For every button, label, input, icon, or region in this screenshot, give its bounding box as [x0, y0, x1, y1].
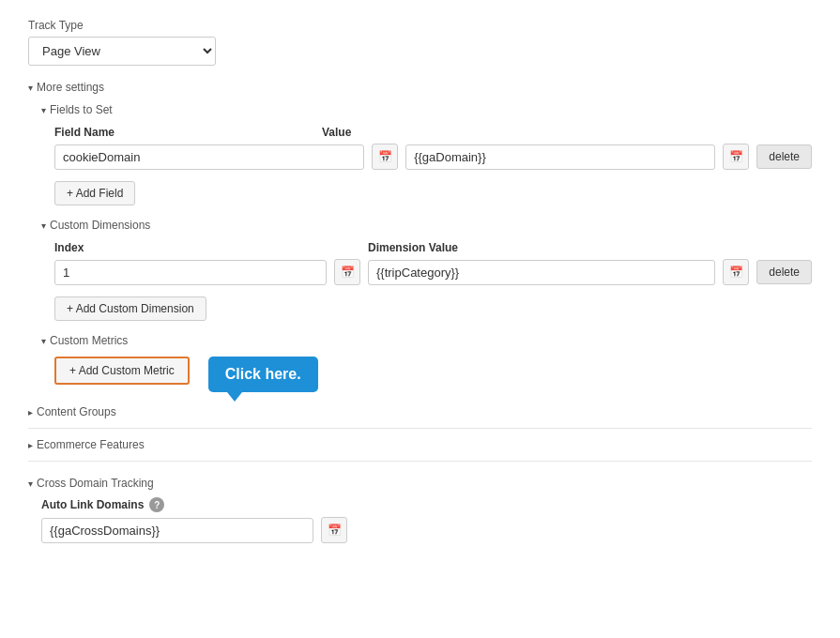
page-wrapper: Track Type Page View Event Transaction ▾… [0, 0, 840, 638]
track-type-section: Track Type Page View Event Transaction [28, 19, 812, 66]
tooltip-bubble: Click here. [208, 357, 318, 392]
ecommerce-arrow: ▸ [28, 440, 33, 450]
field-delete-btn[interactable]: delete [756, 144, 812, 169]
add-custom-metric-btn[interactable]: + Add Custom Metric [54, 357, 190, 385]
field-value-icon-btn[interactable]: 📅 [723, 144, 749, 170]
more-settings-toggle[interactable]: ▾ More settings [28, 81, 812, 94]
cross-domain-content: Auto Link Domains ? 📅 [28, 497, 812, 543]
field-value-input[interactable] [405, 144, 715, 170]
divider-2 [28, 461, 812, 462]
more-settings-arrow: ▾ [28, 83, 33, 93]
fields-to-set-arrow: ▾ [41, 105, 46, 115]
auto-link-row: 📅 [41, 517, 812, 543]
more-settings-section: ▾ More settings ▾ Fields to Set Field Na… [28, 81, 812, 392]
custom-dimensions-section: ▾ Custom Dimensions Index Dimension Valu… [41, 219, 812, 321]
auto-link-calendar-icon: 📅 [328, 524, 342, 537]
field-name-header: Field Name [54, 126, 277, 139]
ecommerce-label: Ecommerce Features [37, 438, 145, 451]
dim-value-icon-btn[interactable]: 📅 [723, 259, 749, 285]
dim-index-calendar-icon: 📅 [341, 266, 355, 279]
track-type-label: Track Type [28, 19, 812, 32]
cross-domain-label: Cross Domain Tracking [37, 477, 154, 490]
dim-value-header: Dimension Value [368, 241, 714, 254]
custom-dimensions-toggle[interactable]: ▾ Custom Dimensions [41, 219, 812, 232]
field-name-calendar-icon: 📅 [378, 150, 392, 163]
value-header: Value [322, 126, 544, 139]
auto-link-input[interactable] [41, 518, 313, 543]
dim-index-input[interactable] [54, 260, 327, 285]
dim-delete-btn[interactable]: delete [756, 260, 812, 284]
content-groups-toggle[interactable]: ▸ Content Groups [28, 405, 812, 418]
dim-row: 📅 📅 delete [54, 259, 812, 285]
custom-dimensions-arrow: ▾ [41, 220, 46, 231]
field-row: 📅 📅 delete [54, 144, 812, 170]
custom-metrics-section: ▾ Custom Metrics + Add Custom Metric Cli… [41, 334, 812, 392]
cross-domain-toggle[interactable]: ▾ Cross Domain Tracking [28, 477, 812, 490]
custom-metrics-label: Custom Metrics [50, 334, 128, 347]
metrics-row: + Add Custom Metric Click here. [54, 357, 812, 392]
divider-1 [28, 428, 812, 429]
field-name-input[interactable] [54, 144, 364, 170]
help-icon[interactable]: ? [149, 497, 164, 512]
action-header [589, 126, 812, 139]
custom-metrics-content: + Add Custom Metric Click here. [41, 357, 812, 392]
dim-headers: Index Dimension Value [54, 241, 812, 254]
cross-domain-section: ▾ Cross Domain Tracking Auto Link Domain… [28, 477, 812, 543]
fields-headers: Field Name Value [54, 126, 812, 139]
custom-metrics-toggle[interactable]: ▾ Custom Metrics [41, 334, 812, 347]
dim-index-icon-btn[interactable]: 📅 [334, 259, 360, 285]
custom-dimensions-label: Custom Dimensions [50, 219, 150, 232]
fields-to-set-toggle[interactable]: ▾ Fields to Set [41, 103, 812, 116]
more-settings-content: ▾ Fields to Set Field Name Value � [28, 103, 812, 392]
dim-value-input[interactable] [368, 260, 715, 285]
cross-domain-arrow: ▾ [28, 478, 33, 489]
content-groups-section: ▸ Content Groups [28, 405, 812, 418]
auto-link-icon-btn[interactable]: 📅 [321, 517, 347, 543]
tooltip-text: Click here. [225, 366, 301, 382]
content-groups-arrow: ▸ [28, 407, 33, 418]
ecommerce-toggle[interactable]: ▸ Ecommerce Features [28, 438, 812, 451]
more-settings-label: More settings [37, 81, 104, 94]
add-field-btn[interactable]: + Add Field [54, 181, 135, 205]
index-header: Index [54, 241, 327, 254]
custom-dimensions-content: Index Dimension Value 📅 📅 [41, 241, 812, 321]
dim-value-calendar-icon: 📅 [729, 266, 743, 279]
custom-metrics-arrow: ▾ [41, 336, 46, 346]
auto-link-label-text: Auto Link Domains [41, 498, 144, 511]
add-custom-dimension-btn[interactable]: + Add Custom Dimension [54, 296, 206, 321]
ecommerce-section: ▸ Ecommerce Features [28, 438, 812, 451]
fields-to-set-content: Field Name Value 📅 📅 [41, 126, 812, 205]
fields-to-set-section: ▾ Fields to Set Field Name Value � [41, 103, 812, 205]
field-value-calendar-icon: 📅 [729, 150, 743, 163]
track-type-select[interactable]: Page View Event Transaction [28, 37, 216, 66]
content-groups-label: Content Groups [37, 405, 116, 418]
fields-to-set-label: Fields to Set [50, 103, 113, 116]
field-name-icon-btn[interactable]: 📅 [372, 144, 398, 170]
auto-link-label-row: Auto Link Domains ? [41, 497, 812, 512]
